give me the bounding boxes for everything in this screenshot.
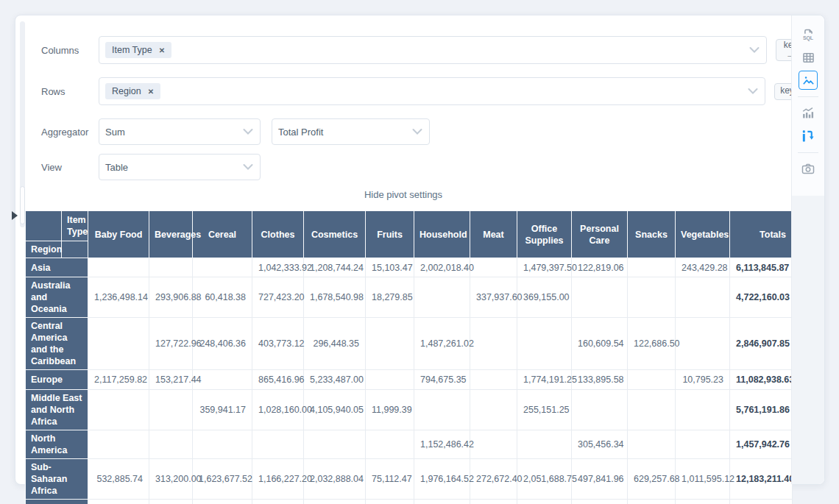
pivot-table-button[interactable] [799, 127, 818, 146]
pivot-value-cell [149, 430, 193, 459]
col-header: Clothes [252, 211, 304, 258]
pivot-value-cell [470, 318, 517, 370]
row-total-cell: 12,183,211.40 [730, 459, 793, 500]
pivot-value-cell [193, 430, 252, 459]
pivot-value-cell [628, 390, 676, 430]
pivot-value-cell [414, 390, 470, 430]
pivot-value-cell: 313,200.00 [149, 459, 193, 500]
totals-col-header: Totals [730, 211, 793, 258]
chart-image-view-button[interactable] [799, 71, 818, 90]
remove-tag-icon[interactable]: ✕ [159, 46, 165, 54]
pivot-value-cell: 1,487,261.02 [414, 318, 470, 370]
pivot-value-cell [88, 390, 149, 430]
pivot-value-cell [676, 277, 730, 318]
row-header: Europe [26, 370, 88, 390]
hide-pivot-settings-link[interactable]: Hide pivot settings [15, 189, 791, 200]
col-header: Baby Food [88, 211, 149, 258]
bar-chart-icon [800, 105, 816, 121]
table-row: Europe2,117,259.82153,217.44865,416.965,… [26, 370, 793, 390]
image-icon [801, 74, 815, 88]
pivot-value-cell: 127,722.96 [149, 318, 193, 370]
pivot-value-cell [470, 370, 517, 390]
col-header: Fruits [366, 211, 414, 258]
table-icon [801, 50, 816, 65]
pivot-value-cell: 1,623,677.52 [193, 459, 252, 500]
row-axis-label: Region [26, 241, 62, 258]
table-row: North America1,152,486.42305,456.341,457… [26, 430, 793, 459]
columns-setting-row: Columns Item Type ✕ key → [41, 36, 805, 64]
sql-view-button[interactable]: SQL [799, 25, 818, 44]
expand-panel-arrow-icon[interactable] [12, 211, 18, 220]
pivot-value-cell [252, 430, 304, 459]
col-header: Household [414, 211, 470, 258]
pivot-value-cell: 1,042,333.92 [252, 258, 304, 277]
pivot-value-cell [628, 258, 676, 277]
col-header: Meat [470, 211, 517, 258]
col-header: Office Supplies [517, 211, 572, 258]
pivot-value-cell: 15,103.47 [366, 258, 414, 277]
aggregator-field-select[interactable]: Total Profit [272, 118, 430, 145]
row-total-cell: 6,113,845.87 [730, 258, 793, 277]
pivot-value-cell [88, 258, 149, 277]
pivot-value-cell [414, 277, 470, 318]
chevron-down-icon [412, 129, 422, 135]
rows-tag-region[interactable]: Region ✕ [105, 83, 160, 99]
pivot-value-cell [88, 318, 149, 370]
pivot-value-cell [88, 430, 149, 459]
columns-select[interactable]: Item Type ✕ [99, 36, 767, 64]
totals-row-header: Totals [26, 500, 88, 504]
grand-total-cell: 44,168,198.40 [730, 500, 793, 504]
chevron-down-icon [243, 164, 253, 171]
chart-builder-button[interactable] [799, 104, 818, 123]
sql-icon: SQL [800, 26, 816, 43]
pivot-value-cell: 865,416.96 [252, 370, 304, 390]
pivot-value-cell: 1,774,191.25 [517, 370, 572, 390]
pivot-value-cell [470, 258, 517, 277]
columns-tag-label: Item Type [112, 45, 152, 55]
pivot-value-cell: 1,152,486.42 [414, 430, 470, 459]
col-total-cell: 1,265,819.63 [676, 500, 730, 504]
pivot-value-cell: 2,002,018.40 [414, 258, 470, 277]
pivot-value-cell: 369,155.00 [517, 277, 572, 318]
col-total-cell: 610,610.00 [470, 500, 517, 504]
pivot-value-cell: 10,795.23 [676, 370, 730, 390]
pivot-value-cell: 248,406.36 [193, 318, 252, 370]
col-total-cell: 5,929,583.75 [517, 500, 572, 504]
pivot-table: Item TypeBaby FoodBeveragesCerealClothes… [25, 210, 793, 504]
pivot-value-cell: 255,151.25 [517, 390, 572, 430]
aggregator-select[interactable]: Sum [99, 118, 261, 145]
aggregator-label: Aggregator [41, 127, 99, 138]
row-header: Middle East and North Africa [26, 390, 88, 430]
aggregator-value: Sum [105, 127, 125, 138]
remove-tag-icon[interactable]: ✕ [148, 88, 154, 96]
pivot-value-cell [366, 318, 414, 370]
row-total-cell: 5,761,191.86 [730, 390, 793, 430]
table-row: Central America and the Caribbean127,722… [26, 318, 793, 370]
pivot-value-cell: 75,112.47 [366, 459, 414, 500]
view-select[interactable]: Table [99, 154, 261, 180]
pivot-value-cell [517, 318, 572, 370]
pivot-value-cell: 4,105,940.05 [304, 390, 366, 430]
pivot-value-cell: 337,937.60 [470, 277, 517, 318]
columns-tag-item-type[interactable]: Item Type ✕ [105, 42, 171, 58]
table-row: Australia and Oceania1,236,498.14293,906… [26, 277, 793, 318]
chevron-down-icon [749, 47, 760, 54]
rows-label: Rows [41, 86, 99, 97]
snapshot-button[interactable] [799, 160, 818, 179]
pivot-value-cell: 122,819.06 [572, 258, 628, 277]
pivot-value-cell: 532,885.74 [88, 459, 149, 500]
rows-select[interactable]: Region ✕ [99, 77, 765, 105]
columns-label: Columns [41, 45, 99, 56]
rail-lower-background [792, 196, 824, 484]
pivot-value-cell: 122,686.50 [628, 318, 676, 370]
pivot-value-cell [149, 258, 193, 277]
col-total-cell: 888,047.28 [149, 500, 193, 504]
pivot-value-cell: 1,011,595.12 [676, 459, 730, 500]
col-header: Beverages [149, 211, 193, 258]
pivot-value-cell: 1,236,498.14 [88, 277, 149, 318]
pivot-value-cell [366, 370, 414, 390]
table-view-button[interactable] [799, 48, 818, 67]
col-total-cell: 7,412,605.71 [414, 500, 470, 504]
pivot-value-cell [676, 318, 730, 370]
pivot-value-cell: 1,208,744.24 [304, 258, 366, 277]
